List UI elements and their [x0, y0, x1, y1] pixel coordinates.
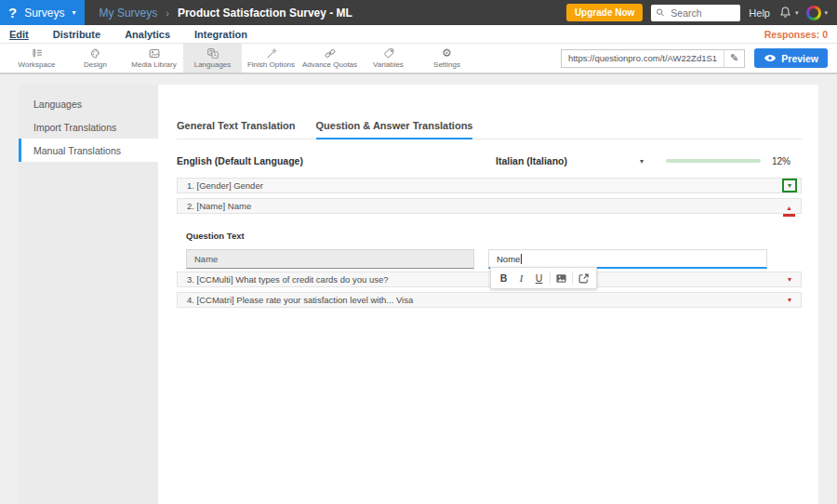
question-list: 1. [Gender] Gender ▾ 2. [Name] Name ▴ Qu…	[177, 178, 802, 308]
language-selector-row: English (Default Language) Italian (Ital…	[177, 155, 802, 166]
top-header-bar: ? Surveys ▾ My Surveys › Product Satisfa…	[0, 0, 837, 25]
translations-panel: Languages Import Translations Manual Tra…	[19, 85, 818, 504]
toolbar-design[interactable]: Design	[66, 44, 125, 73]
tab-question-answer-translations[interactable]: Question & Answer Translations	[316, 120, 473, 139]
topbar-right-controls: Upgrade Now Help ▾ ▾	[566, 4, 837, 21]
italic-button[interactable]: I	[512, 273, 530, 284]
survey-subnav: Edit Distribute Analytics Integration Re…	[0, 25, 837, 44]
sidebar-item-languages[interactable]: Languages	[19, 92, 158, 115]
underline-button[interactable]: U	[530, 272, 548, 284]
survey-url[interactable]: https://questionpro.com/t/AW22Zd1S1	[562, 53, 724, 63]
upgrade-now-button[interactable]: Upgrade Now	[566, 4, 643, 21]
toolbar-media-library-label: Media Library	[131, 60, 176, 69]
question-row-1[interactable]: 1. [Gender] Gender ▾	[177, 178, 802, 193]
toolbar-advance-quotas-label: Advance Quotas	[302, 60, 357, 69]
subnav-analytics[interactable]: Analytics	[125, 29, 170, 40]
translation-input-value: Nome	[497, 254, 520, 264]
toolbar-settings[interactable]: ⚙ Settings	[418, 44, 476, 73]
preview-button-label: Preview	[781, 53, 818, 64]
question-row-4[interactable]: 4. [CCMatri] Please rate your satisfacti…	[177, 292, 802, 308]
product-menu-label: Surveys	[24, 7, 64, 20]
question-text-label: Question Text	[186, 231, 802, 241]
search-input[interactable]	[669, 7, 736, 20]
translations-content: General Text Translation Question & Answ…	[158, 85, 818, 504]
breadcrumb-separator-icon: ›	[166, 7, 169, 19]
question-row-2[interactable]: 2. [Name] Name ▴	[177, 198, 802, 214]
subnav-distribute[interactable]: Distribute	[53, 29, 100, 40]
translations-sidebar: Languages Import Translations Manual Tra…	[19, 85, 158, 504]
question-row-3-label: 3. [CCMulti] What types of credit cards …	[187, 274, 388, 285]
responses-count[interactable]: Responses: 0	[764, 29, 828, 40]
toolbar-media-library[interactable]: Media Library	[125, 44, 183, 73]
insert-link-button[interactable]	[575, 272, 592, 285]
toolbar-right-controls: https://questionpro.com/t/AW22Zd1S1 ✎ Pr…	[561, 44, 837, 73]
source-language-label: English (Default Language)	[177, 155, 496, 166]
account-menu[interactable]: ▾	[806, 6, 828, 20]
survey-title: Product Satisfaction Survey - ML	[178, 7, 352, 20]
toolbar-divider	[550, 272, 551, 285]
tab-general-text-translation[interactable]: General Text Translation	[177, 120, 296, 139]
expand-highlight-box: ▾	[782, 179, 797, 192]
insert-image-button[interactable]	[552, 272, 570, 285]
bell-icon	[778, 6, 792, 20]
breadcrumb: My Surveys › Product Satisfaction Survey…	[100, 7, 352, 20]
sidebar-item-manual-translations[interactable]: Manual Translations	[19, 139, 158, 162]
eye-icon	[764, 54, 777, 62]
toolbar-workspace[interactable]: Workspace	[7, 44, 66, 73]
search-icon	[656, 7, 665, 18]
toolbar-advance-quotas[interactable]: Advance Quotas	[300, 44, 359, 73]
sidebar-item-import-translations-label: Import Translations	[33, 122, 116, 133]
sidebar-item-import-translations[interactable]: Import Translations	[19, 115, 158, 139]
question-row-2-label: 2. [Name] Name	[187, 201, 251, 211]
workspace-icon	[31, 47, 44, 60]
chevron-down-icon: ▾	[73, 8, 76, 17]
toolbar-languages[interactable]: A Languages	[183, 44, 242, 73]
toolbar-finish-options[interactable]: Finish Options	[242, 44, 300, 73]
external-link-icon	[578, 272, 590, 285]
tag-icon	[382, 47, 395, 60]
subnav-edit[interactable]: Edit	[9, 29, 29, 40]
chevron-down-icon: ▾	[824, 9, 828, 17]
expand-chevron-down-icon[interactable]: ▾	[788, 182, 791, 190]
question-row-3[interactable]: 3. [CCMulti] What types of credit cards …	[177, 272, 802, 287]
target-language-label: Italian (Italiano)	[496, 155, 567, 166]
toolbar-variables-label: Variables	[373, 60, 404, 69]
toolbar-variables[interactable]: Variables	[359, 44, 418, 73]
chevron-down-icon: ▾	[795, 9, 799, 17]
notifications-menu[interactable]: ▾	[778, 6, 799, 20]
question-row-4-label: 4. [CCMatri] Please rate your satisfacti…	[187, 295, 413, 305]
breadcrumb-my-surveys[interactable]: My Surveys	[100, 7, 158, 20]
chevron-down-icon: ▾	[640, 157, 644, 166]
magic-wand-icon	[265, 47, 278, 60]
target-language-dropdown[interactable]: Italian (Italiano) ▾	[496, 155, 644, 166]
bold-button[interactable]: B	[495, 272, 512, 284]
collapse-chevron-up-icon: ▴	[787, 205, 790, 212]
toolbar-finish-options-label: Finish Options	[247, 60, 295, 69]
survey-url-box: https://questionpro.com/t/AW22Zd1S1 ✎	[561, 49, 745, 68]
edit-url-button[interactable]: ✎	[724, 50, 744, 67]
global-search-box[interactable]	[651, 5, 740, 21]
toolbar-workspace-label: Workspace	[19, 60, 56, 69]
page-body: Languages Import Translations Manual Tra…	[0, 74, 837, 504]
questionpro-logo-icon: ?	[8, 6, 17, 20]
text-cursor	[521, 254, 522, 264]
toolbar-design-label: Design	[84, 60, 107, 69]
rich-text-toolbar: B I U	[490, 267, 597, 289]
toolbar-languages-label: Languages	[194, 60, 232, 69]
translation-inputs-row: Name Nome	[186, 249, 802, 269]
subnav-integration[interactable]: Integration	[194, 29, 247, 40]
avatar	[806, 6, 821, 20]
chain-link-icon	[324, 47, 337, 60]
translation-progress-percent: 12%	[772, 156, 790, 166]
survey-toolbar: Workspace Design Media Library A Languag…	[0, 44, 837, 74]
question-2-editor: Question Text Name Nome B I U	[177, 214, 802, 266]
expand-chevron-down-icon[interactable]: ▾	[788, 276, 791, 284]
sidebar-item-manual-translations-label: Manual Translations	[33, 145, 121, 156]
expand-chevron-down-icon[interactable]: ▾	[788, 297, 791, 304]
translation-input[interactable]: Nome	[488, 249, 767, 269]
help-link[interactable]: Help	[749, 7, 770, 19]
product-menu[interactable]: ? Surveys ▾	[0, 0, 85, 25]
translation-progress-bar	[666, 159, 761, 163]
translation-tabs: General Text Translation Question & Answ…	[177, 120, 802, 139]
preview-button[interactable]: Preview	[754, 48, 828, 68]
